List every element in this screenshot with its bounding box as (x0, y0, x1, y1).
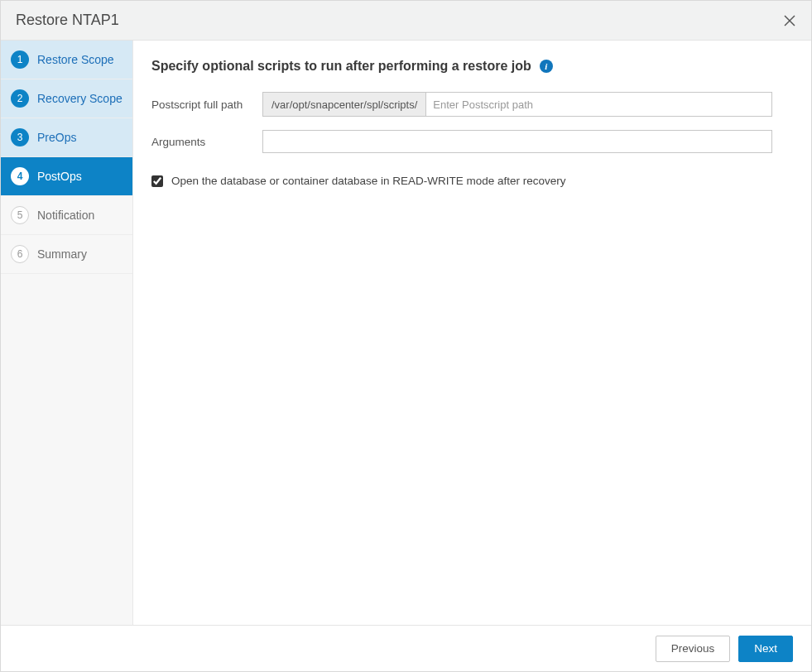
step-label: Recovery Scope (37, 92, 123, 105)
step-badge: 5 (11, 206, 29, 224)
step-label: PreOps (37, 131, 76, 144)
step-label: Restore Scope (37, 53, 114, 66)
postscript-path-label: Postscript full path (151, 98, 262, 111)
info-icon[interactable]: i (540, 60, 553, 73)
heading-row: Specify optional scripts to run after pe… (151, 59, 790, 74)
postscript-path-input[interactable] (426, 93, 771, 116)
step-label: Summary (37, 247, 87, 261)
step-badge: 1 (11, 50, 29, 69)
step-label: PostOps (37, 170, 82, 183)
postscript-path-row: Postscript full path /var/opt/snapcenter… (151, 92, 790, 117)
arguments-label: Arguments (151, 136, 262, 148)
dialog-body: 1 Restore Scope 2 Recovery Scope 3 PreOp… (1, 41, 811, 625)
postscript-path-prefix: /var/opt/snapcenter/spl/scripts/ (263, 93, 426, 116)
postscript-path-group: /var/opt/snapcenter/spl/scripts/ (262, 92, 772, 117)
next-button[interactable]: Next (738, 636, 793, 662)
open-rw-row: Open the database or container database … (151, 175, 790, 187)
step-postops[interactable]: 4 PostOps (1, 157, 132, 196)
arguments-row: Arguments (151, 130, 790, 153)
titlebar: Restore NTAP1 (1, 1, 811, 41)
step-restore-scope[interactable]: 1 Restore Scope (1, 41, 132, 79)
previous-button[interactable]: Previous (656, 636, 731, 662)
step-badge: 6 (11, 245, 29, 263)
dialog-footer: Previous Next (1, 625, 811, 671)
step-preops[interactable]: 3 PreOps (1, 118, 132, 157)
close-icon[interactable] (780, 11, 800, 31)
open-rw-checkbox[interactable] (151, 175, 163, 187)
dialog-title: Restore NTAP1 (16, 12, 119, 29)
open-rw-label[interactable]: Open the database or container database … (171, 175, 566, 187)
step-summary[interactable]: 6 Summary (1, 235, 132, 274)
step-notification[interactable]: 5 Notification (1, 196, 132, 235)
restore-dialog: Restore NTAP1 1 Restore Scope 2 Recovery… (0, 0, 812, 672)
step-label: Notification (37, 209, 94, 222)
step-badge: 3 (11, 128, 29, 146)
step-badge: 2 (11, 89, 29, 108)
step-badge: 4 (11, 167, 29, 185)
step-recovery-scope[interactable]: 2 Recovery Scope (1, 79, 132, 118)
page-heading: Specify optional scripts to run after pe… (151, 59, 531, 74)
arguments-input[interactable] (262, 130, 772, 153)
main-panel: Specify optional scripts to run after pe… (133, 41, 811, 625)
wizard-sidebar: 1 Restore Scope 2 Recovery Scope 3 PreOp… (1, 41, 133, 625)
